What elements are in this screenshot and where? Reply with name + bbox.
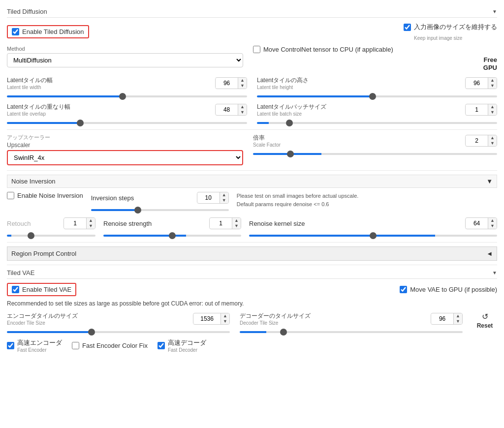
tiled-vae-collapse[interactable]: ▼: [492, 270, 497, 275]
fast-encoder-checkbox[interactable]: [7, 342, 14, 349]
inversion-steps-value[interactable]: [197, 193, 220, 203]
enable-tiled-vae-checkbox[interactable]: [12, 286, 19, 293]
keep-input-size-checkbox[interactable]: [404, 24, 411, 31]
scale-factor-label-jp: 倍率: [253, 134, 281, 142]
renoise-strength-slider[interactable]: [103, 235, 241, 237]
fast-encoder-color-fix-label[interactable]: Fast Encoder Color Fix: [72, 342, 148, 349]
latent-tile-batch-value[interactable]: [466, 105, 488, 115]
decoder-tile-header: デコーダーのタイルサイズ Decoder Tile Size ▲ ▼: [240, 312, 463, 326]
inversion-steps-label: Inversion steps: [91, 194, 134, 202]
renoise-kernel-input[interactable]: ▲ ▼: [465, 217, 497, 229]
latent-tile-height-down[interactable]: ▼: [488, 83, 497, 89]
move-vae-text: Move VAE to GPU (if possible): [410, 286, 497, 293]
noise-inversion-header[interactable]: Noise Inversion ▼: [7, 175, 497, 188]
move-vae-checkbox[interactable]: [400, 286, 407, 293]
scale-factor-group: 倍率 Scale Factor ▲ ▼: [253, 134, 497, 156]
enable-tiled-diffusion-label[interactable]: Enable Tiled Diffusion: [7, 25, 89, 38]
latent-tile-batch-down[interactable]: ▼: [488, 110, 497, 115]
renoise-strength-input[interactable]: ▲ ▼: [209, 217, 241, 229]
inversion-steps-slider[interactable]: [91, 209, 229, 211]
encoder-tile-value[interactable]: [193, 314, 220, 324]
method-select[interactable]: MultiDiffusion Mixture of Diffusers: [7, 53, 243, 67]
latent-tile-overlap-down[interactable]: ▼: [238, 110, 247, 115]
enable-noise-inversion-checkbox[interactable]: [7, 192, 14, 199]
scale-factor-up[interactable]: ▲: [488, 135, 497, 141]
fast-encoder-label[interactable]: 高速エンコーダ Fast Encoder: [7, 338, 62, 353]
move-controlnet-checkbox[interactable]: [253, 46, 260, 53]
fast-encoder-color-fix-checkbox[interactable]: [72, 342, 79, 349]
upscaler-group: アップスケーラー Upscaler SwinIR_4x None Lanczos…: [7, 134, 243, 165]
latent-tile-width-slider[interactable]: [7, 95, 247, 97]
region-prompt-header[interactable]: Region Prompt Control ◄: [7, 246, 497, 261]
decoder-tile-down[interactable]: ▼: [454, 319, 462, 324]
renoise-strength-header: Renoise strength ▲ ▼: [103, 217, 241, 229]
inversion-steps-down[interactable]: ▼: [220, 198, 228, 203]
latent-tile-batch-up[interactable]: ▲: [488, 104, 497, 110]
encoder-tile-down[interactable]: ▼: [221, 319, 229, 324]
decoder-tile-up[interactable]: ▲: [454, 313, 462, 319]
latent-tile-height-value[interactable]: [466, 78, 488, 88]
latent-tile-overlap-up[interactable]: ▲: [238, 104, 247, 110]
latent-tile-height-slider[interactable]: [257, 95, 497, 97]
encoder-tile-slider[interactable]: [7, 331, 230, 333]
latent-tile-batch-label-jp: Latentタイルバッチサイズ: [257, 103, 326, 111]
latent-tile-width-value[interactable]: [216, 78, 238, 88]
reset-label[interactable]: Reset: [477, 322, 493, 329]
latent-tile-batch-slider[interactable]: [257, 122, 497, 124]
enable-row: Enable Tiled Diffusion 入力画像のサイズを維持する Kee…: [7, 23, 497, 41]
scale-factor-slider[interactable]: [253, 153, 497, 155]
inversion-steps-input[interactable]: ▲ ▼: [197, 192, 229, 204]
latent-tile-height-input[interactable]: ▲ ▼: [465, 77, 497, 89]
renoise-strength-value[interactable]: [210, 218, 232, 228]
retouch-slider[interactable]: [7, 235, 95, 237]
latent-tile-width-up[interactable]: ▲: [238, 78, 247, 83]
renoise-kernel-slider[interactable]: [249, 235, 497, 237]
renoise-kernel-value[interactable]: [466, 218, 488, 228]
move-vae-label[interactable]: Move VAE to GPU (if possible): [400, 286, 497, 293]
decoder-tile-value[interactable]: [431, 314, 453, 324]
renoise-kernel-down[interactable]: ▼: [488, 223, 497, 229]
keep-input-size-label[interactable]: 入力画像のサイズを維持する: [404, 23, 497, 31]
inversion-steps-up[interactable]: ▲: [220, 192, 228, 198]
region-prompt-arrow[interactable]: ◄: [486, 250, 493, 257]
latent-tile-overlap-value[interactable]: [216, 105, 238, 115]
retouch-up[interactable]: ▲: [87, 218, 95, 223]
retouch-input[interactable]: ▲ ▼: [63, 217, 95, 229]
retouch-spinners: ▲ ▼: [86, 218, 95, 229]
scale-factor-input[interactable]: ▲ ▼: [465, 135, 497, 147]
latent-tile-overlap-label-jp: Latentタイルの重なり幅: [7, 103, 70, 111]
renoise-strength-down[interactable]: ▼: [232, 223, 241, 229]
latent-tile-width-input[interactable]: ▲ ▼: [215, 77, 247, 89]
scale-factor-value[interactable]: [466, 136, 488, 146]
tiled-diffusion-collapse-icon[interactable]: ▼: [492, 9, 497, 14]
retouch-group: Retouch ▲ ▼: [7, 217, 95, 238]
latent-tile-height-up[interactable]: ▲: [488, 78, 497, 83]
noise-inversion-collapse[interactable]: ▼: [486, 178, 493, 185]
enable-tiled-diffusion-checkbox[interactable]: [12, 28, 19, 35]
scale-factor-header: 倍率 Scale Factor ▲ ▼: [253, 134, 497, 148]
decoder-tile-slider[interactable]: [240, 331, 463, 333]
free-gpu-label: FreeGPU: [483, 56, 497, 71]
latent-tile-height-label-jp: Latentタイルの高さ: [257, 76, 309, 85]
enable-tiled-vae-label[interactable]: Enable Tiled VAE: [7, 283, 76, 296]
scale-factor-down[interactable]: ▼: [488, 141, 497, 146]
renoise-strength-up[interactable]: ▲: [232, 218, 241, 223]
retouch-down[interactable]: ▼: [87, 223, 95, 229]
latent-tile-width-down[interactable]: ▼: [238, 83, 247, 89]
fast-decoder-checkbox[interactable]: [158, 342, 165, 349]
latent-tile-batch-input[interactable]: ▲ ▼: [465, 104, 497, 116]
decoder-tile-input[interactable]: ▲ ▼: [431, 313, 463, 325]
fast-decoder-label[interactable]: 高速デコーダ Fast Decoder: [158, 338, 206, 353]
encoder-tile-input[interactable]: ▲ ▼: [193, 313, 230, 325]
renoise-kernel-header: Renoise kernel size ▲ ▼: [249, 217, 497, 229]
move-controlnet-label[interactable]: Move ControlNet tensor to CPU (if applic…: [253, 46, 497, 53]
latent-tile-overlap-input[interactable]: ▲ ▼: [215, 104, 247, 116]
retouch-value[interactable]: [64, 218, 86, 228]
enable-noise-inversion-label[interactable]: Enable Noise Inversion: [7, 192, 83, 199]
upscaler-select[interactable]: SwinIR_4x None Lanczos ESRGAN_4x R-ESRGA…: [7, 150, 243, 165]
controlnet-free-group: Move ControlNet tensor to CPU (if applic…: [253, 46, 497, 71]
latent-tile-overlap-slider[interactable]: [7, 122, 247, 124]
vae-tile-sizes-row: エンコーダタイルのサイズ Encoder Tile Size ▲ ▼: [7, 312, 497, 335]
renoise-kernel-up[interactable]: ▲: [488, 218, 497, 223]
encoder-tile-up[interactable]: ▲: [221, 313, 229, 319]
